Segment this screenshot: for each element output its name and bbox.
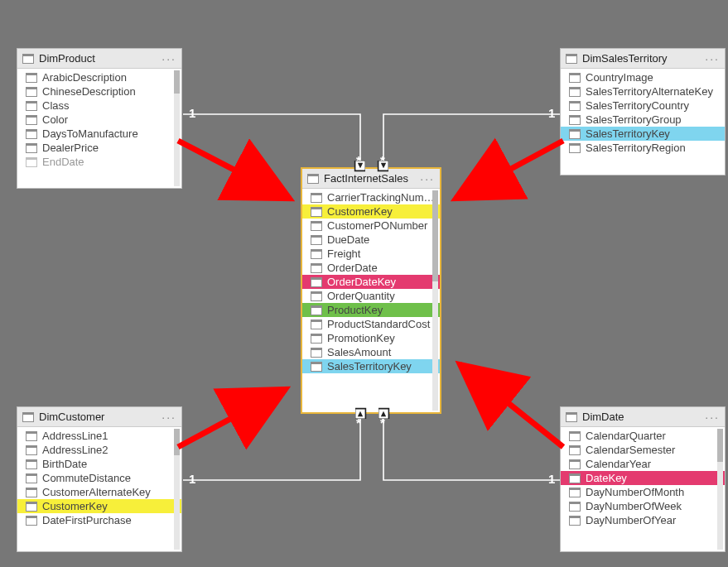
ellipsis-icon[interactable]: ···: [162, 53, 176, 65]
table-title: DimCustomer: [39, 411, 157, 423]
field-row[interactable]: CalendarYear: [561, 457, 725, 471]
field-row[interactable]: Freight: [302, 247, 440, 261]
field-icon: [311, 193, 322, 203]
table-dimproduct[interactable]: DimProduct ··· ArabicDescription Chinese…: [17, 48, 182, 189]
field-row[interactable]: DayNumberOfMonth: [561, 485, 725, 499]
svg-line-4: [460, 364, 563, 447]
field-row[interactable]: CarrierTrackingNumber: [302, 190, 440, 204]
field-row[interactable]: CustomerPONumber: [302, 219, 440, 233]
ellipsis-icon[interactable]: ···: [705, 53, 720, 65]
field-row[interactable]: Class: [17, 99, 181, 113]
field-icon: [569, 101, 581, 111]
field-row[interactable]: EndDate: [17, 155, 181, 169]
table-header[interactable]: DimCustomer ···: [17, 407, 181, 427]
diagram-canvas[interactable]: DimProduct ··· ArabicDescription Chinese…: [0, 0, 728, 567]
field-row[interactable]: SalesTerritoryCountry: [561, 99, 725, 113]
field-row[interactable]: OrderDate: [302, 261, 440, 275]
cardinality-one: 1: [189, 472, 195, 486]
scrollbar[interactable]: [174, 70, 180, 186]
field-row[interactable]: PromotionKey: [302, 331, 440, 345]
cardinality-many: *: [380, 153, 385, 167]
ellipsis-icon[interactable]: ···: [705, 411, 720, 423]
field-row[interactable]: CustomerKey: [302, 204, 440, 219]
scroll-thumb[interactable]: [174, 429, 180, 455]
field-icon: [26, 115, 37, 125]
field-icon: [569, 502, 581, 512]
table-icon: [566, 412, 577, 422]
field-row[interactable]: DateFirstPurchase: [17, 513, 181, 527]
cardinality-many: *: [380, 416, 385, 430]
scrollbar[interactable]: [432, 190, 438, 411]
field-row[interactable]: ProductStandardCost: [302, 317, 440, 331]
table-icon: [22, 54, 34, 64]
field-icon: [311, 320, 322, 329]
table-dimsalesterritory[interactable]: DimSalesTerritory ··· CountryImage Sales…: [560, 48, 726, 175]
field-icon: [311, 221, 322, 231]
field-icon: [569, 445, 581, 455]
field-row[interactable]: ProductKey: [302, 303, 440, 317]
field-row[interactable]: CommuteDistance: [17, 471, 181, 485]
table-header[interactable]: DimSalesTerritory ···: [561, 49, 725, 69]
field-row[interactable]: CountryImage: [561, 70, 725, 84]
field-row[interactable]: SalesTerritoryKey: [561, 127, 725, 141]
field-row[interactable]: Color: [17, 113, 181, 127]
field-row[interactable]: SalesTerritoryKey: [302, 359, 440, 373]
ellipsis-icon[interactable]: ···: [162, 411, 176, 423]
field-icon: [26, 473, 37, 483]
field-row[interactable]: SalesTerritoryRegion: [561, 141, 725, 155]
field-row[interactable]: SalesTerritoryGroup: [561, 113, 725, 127]
field-row[interactable]: AddressLine2: [17, 443, 181, 457]
field-row[interactable]: CalendarQuarter: [561, 429, 725, 443]
ellipsis-icon[interactable]: ···: [420, 173, 435, 185]
field-icon: [569, 129, 581, 139]
field-icon: [311, 277, 322, 287]
field-icon: [569, 516, 581, 526]
field-row[interactable]: SalesTerritoryAlternateKey: [561, 84, 725, 99]
table-icon: [566, 54, 577, 64]
field-row[interactable]: CalendarSemester: [561, 443, 725, 457]
field-row[interactable]: OrderDateKey: [302, 275, 440, 289]
table-icon: [22, 412, 34, 422]
field-row[interactable]: OrderQuantity: [302, 289, 440, 303]
table-header[interactable]: DimDate ···: [561, 407, 725, 427]
scroll-thumb[interactable]: [174, 70, 180, 94]
table-header[interactable]: DimProduct ···: [17, 49, 181, 69]
scroll-thumb[interactable]: [717, 429, 723, 462]
table-body: AddressLine1 AddressLine2 BirthDate Comm…: [17, 427, 181, 551]
table-factinternetsales[interactable]: FactInternetSales ··· CarrierTrackingNum…: [301, 167, 441, 414]
scrollbar[interactable]: [717, 429, 723, 550]
table-dimdate[interactable]: DimDate ··· CalendarQuarter CalendarSeme…: [560, 406, 726, 552]
cardinality-one: 1: [189, 106, 195, 120]
table-header[interactable]: FactInternetSales ···: [302, 169, 440, 189]
field-row[interactable]: CustomerAlternateKey: [17, 485, 181, 499]
field-icon: [26, 431, 37, 441]
cardinality-many: *: [356, 153, 361, 167]
scroll-thumb[interactable]: [432, 190, 438, 281]
field-icon: [569, 473, 581, 483]
svg-line-1: [178, 141, 290, 199]
field-row[interactable]: DaysToManufacture: [17, 127, 181, 141]
scrollbar[interactable]: [174, 429, 180, 550]
field-row[interactable]: DayNumberOfWeek: [561, 499, 725, 513]
field-icon: [26, 101, 37, 111]
field-icon: [26, 157, 37, 167]
field-row[interactable]: SalesAmount: [302, 345, 440, 359]
field-icon: [26, 502, 37, 512]
field-icon: [569, 143, 581, 153]
field-row[interactable]: DayNumberOfYear: [561, 513, 725, 527]
field-row[interactable]: ChineseDescription: [17, 84, 181, 99]
field-icon: [311, 348, 322, 358]
field-icon: [26, 488, 37, 497]
field-icon: [569, 87, 581, 97]
field-row[interactable]: ArabicDescription: [17, 70, 181, 84]
field-row[interactable]: CustomerKey: [17, 499, 181, 513]
field-icon: [569, 431, 581, 441]
field-row[interactable]: BirthDate: [17, 457, 181, 471]
field-row[interactable]: DateKey: [561, 471, 725, 485]
field-icon: [311, 362, 322, 372]
table-title: FactInternetSales: [324, 172, 415, 185]
field-row[interactable]: AddressLine1: [17, 429, 181, 443]
table-dimcustomer[interactable]: DimCustomer ··· AddressLine1 AddressLine…: [17, 406, 182, 552]
field-row[interactable]: DueDate: [302, 233, 440, 247]
field-row[interactable]: DealerPrice: [17, 141, 181, 155]
